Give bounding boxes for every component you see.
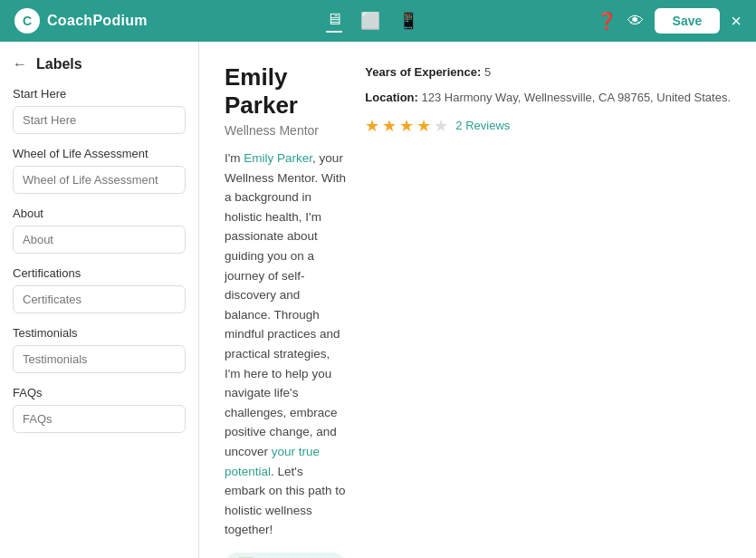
help-icon[interactable]: ❓ — [597, 11, 617, 31]
sidebar-section-start-here: Start Here — [13, 87, 186, 134]
star-2: ★ — [382, 116, 397, 136]
sidebar-input-faqs[interactable] — [13, 405, 186, 433]
sidebar-title: Labels — [36, 56, 82, 72]
location: Location: 123 Harmony Way, Wellnessville… — [365, 89, 731, 107]
save-button[interactable]: Save — [655, 8, 721, 34]
sidebar-label-start-here: Start Here — [13, 87, 186, 101]
sidebar-section-about: About — [13, 207, 186, 254]
reviews-count[interactable]: 2 Reviews — [455, 119, 510, 132]
sidebar-section-certifications: Certifications — [13, 266, 186, 313]
sidebar-section-faqs: FAQs — [13, 386, 186, 433]
sidebar: ← Labels Start Here Wheel of Life Assess… — [0, 42, 199, 558]
star-1: ★ — [365, 116, 379, 136]
topbar-device-icons: 🖥 ⬜ 📱 — [326, 10, 418, 33]
content-area: Emily Parker Wellness Mentor I'm Emily P… — [199, 42, 756, 558]
mobile-icon[interactable]: 📱 — [398, 11, 418, 31]
back-button[interactable]: ← — [13, 56, 27, 72]
years-label: Years of Experience: 5 — [365, 65, 491, 79]
main-layout: ← Labels Start Here Wheel of Life Assess… — [0, 42, 756, 558]
topbar-right: ❓ 👁 Save × — [597, 8, 742, 34]
years-of-experience: Years of Experience: 5 — [365, 63, 731, 80]
eye-icon[interactable]: 👁 — [627, 12, 644, 31]
sidebar-label-certifications: Certifications — [13, 266, 186, 280]
sidebar-header: ← Labels — [13, 56, 186, 72]
sidebar-label-about: About — [13, 207, 186, 220]
close-button[interactable]: × — [731, 11, 742, 32]
profile-top: Emily Parker Wellness Mentor I'm Emily P… — [225, 63, 731, 558]
star-3: ★ — [399, 116, 414, 136]
sidebar-label-wheel-of-life: Wheel of Life Assessment — [13, 147, 186, 160]
tablet-icon[interactable]: ⬜ — [360, 11, 380, 31]
sidebar-section-wheel-of-life: Wheel of Life Assessment — [13, 147, 186, 194]
logo-icon: C — [14, 8, 40, 34]
profile-tag: ✅ Life Coaching — [225, 553, 345, 558]
profile-subtitle: Wellness Mentor — [225, 123, 347, 138]
sidebar-input-start-here[interactable] — [13, 106, 186, 134]
sidebar-label-testimonials: Testimonials — [13, 326, 186, 340]
profile-left: Emily Parker Wellness Mentor I'm Emily P… — [225, 63, 347, 558]
profile-right: Years of Experience: 5 Location: 123 Har… — [347, 63, 731, 136]
profile-bio: I'm Emily Parker, your Wellness Mentor. … — [225, 149, 347, 540]
logo: C CoachPodium — [14, 8, 148, 34]
sidebar-input-certifications[interactable] — [13, 285, 186, 313]
star-5: ★ — [434, 116, 448, 136]
profile-name: Emily Parker — [225, 63, 347, 120]
sidebar-label-faqs: FAQs — [13, 386, 186, 399]
star-4: ★ — [416, 116, 431, 136]
bio-highlight-potential: your true potential — [225, 445, 320, 478]
logo-letter: C — [23, 14, 32, 28]
bio-highlight-name: Emily Parker — [244, 151, 312, 165]
star-rating: ★ ★ ★ ★ ★ 2 Reviews — [365, 116, 731, 136]
location-text: Location: 123 Harmony Way, Wellnessville… — [365, 89, 731, 107]
sidebar-input-about[interactable] — [13, 226, 186, 254]
topbar: C CoachPodium 🖥 ⬜ 📱 ❓ 👁 Save × — [0, 0, 756, 42]
desktop-icon[interactable]: 🖥 — [326, 10, 342, 33]
profile-header: Emily Parker Wellness Mentor I'm Emily P… — [199, 42, 756, 558]
sidebar-input-testimonials[interactable] — [13, 345, 186, 373]
sidebar-input-wheel-of-life[interactable] — [13, 166, 186, 194]
sidebar-section-testimonials: Testimonials — [13, 326, 186, 373]
brand-name: CoachPodium — [47, 13, 148, 29]
